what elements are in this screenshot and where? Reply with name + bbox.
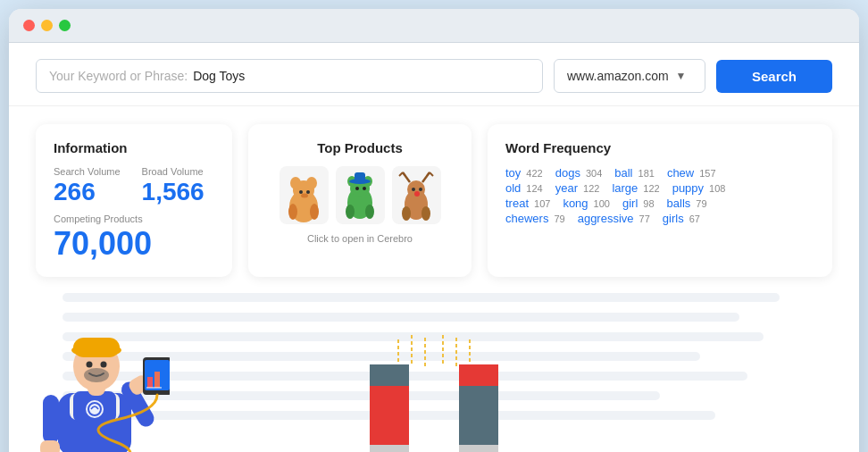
keyword-label: Your Keyword or Phrase: — [49, 69, 188, 83]
svg-rect-46 — [73, 338, 120, 357]
svg-rect-51 — [40, 440, 60, 452]
wf-count-aggressive: 77 — [639, 213, 650, 224]
wf-count-puppy: 108 — [709, 183, 725, 194]
magnet-illustration — [345, 331, 523, 452]
wf-word-toy[interactable]: toy — [505, 166, 521, 180]
wf-count-dogs: 304 — [586, 168, 602, 179]
wf-count-kong: 100 — [594, 198, 610, 209]
svg-rect-50 — [43, 395, 59, 444]
svg-line-26 — [427, 172, 430, 176]
info-metrics-row: Search Volume 266 Broad Volume 1,566 — [54, 166, 214, 206]
wf-word-chew[interactable]: chew — [667, 166, 694, 180]
wf-count-chew: 157 — [699, 168, 715, 179]
svg-point-47 — [87, 362, 93, 368]
svg-point-29 — [414, 191, 420, 197]
wf-row-2: old124 year122 large122 puppy108 — [505, 181, 814, 195]
product-item-1[interactable] — [280, 166, 329, 224]
wf-count-ball: 181 — [638, 168, 655, 179]
broad-volume-value: 1,566 — [142, 179, 204, 206]
svg-point-3 — [306, 177, 317, 189]
browser-content: Your Keyword or Phrase: Dog Toys www.ama… — [9, 43, 859, 452]
competing-block: Competing Products 70,000 — [54, 213, 214, 262]
wf-row-3: treat107 kong100 girl98 balls79 — [505, 197, 814, 210]
wf-count-year: 122 — [583, 183, 599, 194]
svg-point-4 — [299, 190, 303, 194]
svg-rect-69 — [370, 445, 409, 452]
search-button[interactable]: Search — [716, 60, 832, 93]
wf-word-year[interactable]: year — [555, 181, 578, 195]
svg-point-30 — [402, 206, 411, 221]
svg-point-49 — [84, 368, 109, 382]
search-bar-area: Your Keyword or Phrase: Dog Toys www.ama… — [9, 43, 859, 106]
product-item-3[interactable] — [392, 166, 441, 224]
broad-volume-block: Broad Volume 1,566 — [142, 166, 204, 206]
competing-value: 70,000 — [54, 226, 214, 262]
wf-word-dogs[interactable]: dogs — [555, 166, 580, 180]
word-freq-title: Word Frequency — [505, 140, 814, 155]
wf-word-girls[interactable]: girls — [663, 212, 684, 225]
wf-count-toy: 422 — [526, 168, 542, 179]
svg-point-48 — [101, 362, 107, 368]
products-link[interactable]: Click to open in Cerebro — [266, 233, 454, 244]
wf-word-aggressive[interactable]: aggressive — [578, 212, 634, 225]
browser-titlebar — [9, 9, 859, 43]
word-freq-card: Word Frequency toy422 dogs304 ball181 ch… — [488, 124, 832, 277]
products-images — [266, 166, 454, 224]
svg-rect-18 — [355, 172, 365, 182]
wf-word-kong[interactable]: kong — [563, 197, 588, 210]
wf-count-chewers: 79 — [554, 213, 564, 224]
svg-point-13 — [355, 187, 359, 190]
broad-volume-label: Broad Volume — [142, 166, 204, 177]
chevron-down-icon: ▼ — [676, 70, 687, 82]
svg-line-23 — [403, 172, 405, 176]
close-button[interactable] — [23, 20, 35, 31]
search-volume-value: 266 — [54, 179, 121, 206]
keyword-value: Dog Toys — [193, 69, 245, 83]
wf-word-treat[interactable]: treat — [505, 197, 529, 210]
browser-window: Your Keyword or Phrase: Dog Toys www.ama… — [9, 9, 859, 452]
svg-point-8 — [310, 204, 319, 220]
wf-word-puppy[interactable]: puppy — [672, 181, 704, 195]
wf-word-old[interactable]: old — [505, 181, 521, 195]
svg-rect-68 — [459, 364, 498, 386]
wf-word-chewers[interactable]: chewers — [505, 212, 548, 225]
wf-row-1: toy422 dogs304 ball181 chew157 — [505, 166, 814, 180]
wf-count-girl: 98 — [643, 198, 654, 209]
svg-rect-57 — [154, 372, 160, 388]
svg-point-5 — [306, 190, 310, 194]
wf-row-4: chewers79 aggressive77 girls67 — [505, 212, 814, 225]
skeleton-line — [63, 293, 780, 302]
character-illustration — [27, 295, 170, 452]
product-item-2[interactable] — [336, 166, 385, 224]
svg-rect-70 — [459, 445, 498, 452]
svg-point-27 — [412, 188, 415, 191]
svg-point-31 — [421, 206, 430, 221]
maximize-button[interactable] — [59, 20, 71, 31]
svg-rect-66 — [370, 364, 409, 386]
search-volume-label: Search Volume — [54, 166, 121, 177]
competing-label: Competing Products — [54, 213, 214, 224]
main-content: Information Search Volume 266 Broad Volu… — [9, 106, 859, 277]
svg-point-2 — [290, 177, 301, 189]
minimize-button[interactable] — [41, 20, 53, 31]
wf-count-girls: 67 — [689, 213, 700, 224]
domain-select[interactable]: www.amazon.com ▼ — [554, 59, 705, 93]
svg-rect-56 — [147, 377, 153, 388]
domain-value: www.amazon.com — [567, 69, 669, 83]
word-freq-grid: toy422 dogs304 ball181 chew157 old124 ye… — [505, 166, 814, 225]
svg-point-7 — [288, 204, 297, 220]
wf-word-balls[interactable]: balls — [667, 197, 691, 210]
wf-word-ball[interactable]: ball — [614, 166, 632, 180]
wf-count-treat: 107 — [534, 198, 550, 209]
products-card-title: Top Products — [266, 140, 454, 155]
info-card: Information Search Volume 266 Broad Volu… — [36, 124, 232, 277]
keyword-input[interactable]: Your Keyword or Phrase: Dog Toys — [36, 59, 543, 93]
wf-word-large[interactable]: large — [612, 181, 638, 195]
wf-word-girl[interactable]: girl — [622, 197, 638, 210]
svg-point-6 — [301, 193, 308, 197]
svg-point-15 — [346, 205, 355, 219]
products-card: Top Products — [248, 124, 472, 277]
lower-area — [9, 277, 859, 452]
svg-point-28 — [419, 188, 422, 191]
wf-count-old: 124 — [526, 183, 542, 194]
